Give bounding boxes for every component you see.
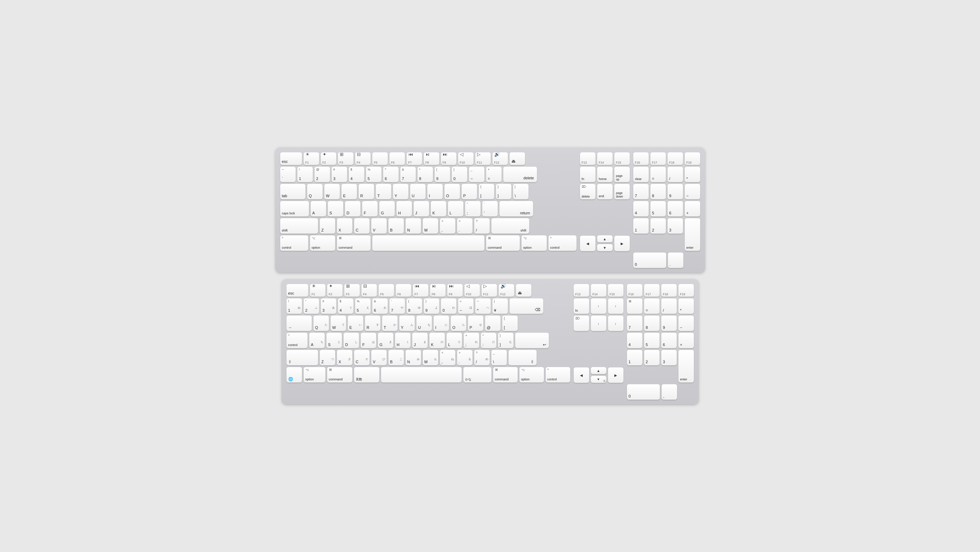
key-delete[interactable]: delete bbox=[503, 167, 537, 182]
jp-key-colon[interactable]: *:け bbox=[481, 333, 496, 348]
jp-key-backslash[interactable]: _\ bbox=[492, 350, 507, 365]
jp-key-period[interactable]: >.る bbox=[457, 350, 473, 365]
key-e[interactable]: E bbox=[342, 184, 357, 199]
jp-key-y[interactable]: Yん bbox=[399, 316, 415, 331]
jp-key-4[interactable]: $4う bbox=[338, 298, 353, 314]
jp-key-hat[interactable]: ~^へ bbox=[475, 298, 491, 314]
jp-key-2[interactable]: "2ふ bbox=[304, 298, 319, 314]
jp-key-arrow-down[interactable]: ▼末 bbox=[591, 376, 606, 383]
jp-key-f16[interactable]: F16 bbox=[627, 284, 642, 297]
key-shift-left[interactable]: shift bbox=[280, 218, 318, 234]
key-f14[interactable]: F14 bbox=[597, 152, 612, 165]
jp-key-num-enter[interactable]: enter bbox=[678, 350, 694, 382]
jp-key-arrow-right[interactable]: ▶ bbox=[608, 367, 624, 383]
jp-key-num-5[interactable]: 5 bbox=[644, 333, 660, 348]
jp-key-num-7[interactable]: 7 bbox=[627, 316, 642, 331]
key-slash[interactable]: ?/ bbox=[474, 218, 490, 234]
jp-key-f[interactable]: Fは bbox=[361, 333, 376, 348]
jp-key-f10[interactable]: ◁F10 bbox=[465, 284, 480, 297]
key-equals[interactable]: += bbox=[486, 167, 501, 182]
jp-key-6[interactable]: &6お bbox=[372, 298, 388, 314]
jp-key-f18[interactable]: F18 bbox=[661, 284, 677, 297]
key-n[interactable]: N bbox=[406, 218, 421, 234]
jp-key-t[interactable]: Tか bbox=[382, 316, 398, 331]
key-eject[interactable]: ⏏ bbox=[510, 152, 525, 165]
jp-key-delete[interactable]: ⌫ bbox=[510, 298, 543, 314]
jp-key-pagedown-nav[interactable]: ↓ bbox=[608, 316, 624, 331]
jp-key-c[interactable]: Cそ bbox=[354, 350, 369, 365]
key-d[interactable]: D bbox=[345, 201, 360, 216]
key-arrow-up[interactable]: ▲ bbox=[597, 235, 612, 242]
key-x[interactable]: X bbox=[337, 218, 352, 234]
jp-key-command-right[interactable]: ⌘ command bbox=[493, 367, 518, 382]
jp-key-num-decimal[interactable]: , bbox=[662, 384, 677, 400]
key-num-enter[interactable]: enter bbox=[685, 218, 700, 251]
jp-key-u[interactable]: Uな bbox=[417, 316, 432, 331]
jp-key-f19[interactable]: F19 bbox=[678, 284, 694, 297]
key-return[interactable]: return bbox=[500, 201, 533, 216]
key-num-3[interactable]: 3 bbox=[668, 218, 683, 234]
key-u[interactable]: U bbox=[410, 184, 426, 199]
jp-key-n[interactable]: Nみ bbox=[406, 350, 421, 365]
key-r[interactable]: R bbox=[359, 184, 374, 199]
key-backtick[interactable]: ~` bbox=[280, 167, 296, 182]
jp-key-3[interactable]: #3あ bbox=[321, 298, 336, 314]
jp-key-globe[interactable]: 🌐 bbox=[286, 367, 302, 382]
key-rbracket[interactable]: }] bbox=[496, 184, 511, 199]
key-command-left[interactable]: ⌘ command bbox=[337, 235, 371, 251]
jp-key-f14[interactable]: F14 bbox=[591, 284, 606, 297]
key-g[interactable]: G bbox=[379, 201, 395, 216]
key-f[interactable]: F bbox=[362, 201, 377, 216]
key-num-divide[interactable]: / bbox=[668, 167, 683, 182]
key-num-5[interactable]: 5 bbox=[651, 201, 666, 216]
key-6[interactable]: ^6 bbox=[383, 167, 399, 182]
jp-key-q[interactable]: Qた bbox=[313, 316, 329, 331]
jp-key-v[interactable]: Vひ bbox=[371, 350, 387, 365]
jp-key-num-divide[interactable]: / bbox=[661, 298, 677, 314]
jp-key-num-minus[interactable]: − bbox=[678, 316, 694, 331]
key-shift-right[interactable]: shift bbox=[492, 218, 529, 234]
key-f4[interactable]: ⊟F4 bbox=[355, 152, 371, 165]
key-option-left[interactable]: ⌥ option bbox=[310, 235, 335, 251]
key-control-right[interactable]: ^ control bbox=[549, 235, 576, 251]
key-num-8[interactable]: 8 bbox=[651, 184, 666, 199]
key-f11[interactable]: ▷F11 bbox=[475, 152, 491, 165]
key-9[interactable]: (9 bbox=[435, 167, 450, 182]
key-t[interactable]: T bbox=[376, 184, 391, 199]
jp-key-w[interactable]: Wて bbox=[331, 316, 346, 331]
jp-key-num-3[interactable]: 3 bbox=[661, 350, 677, 365]
jp-key-clear[interactable]: ⊠ bbox=[627, 298, 642, 314]
key-3[interactable]: #3 bbox=[332, 167, 347, 182]
jp-key-f12[interactable]: 🔊F12 bbox=[499, 284, 514, 297]
key-lbracket[interactable]: {[ bbox=[479, 184, 494, 199]
key-q[interactable]: Q bbox=[307, 184, 323, 199]
key-1[interactable]: !1 bbox=[298, 167, 313, 182]
jp-key-f9[interactable]: ⏭F9 bbox=[447, 284, 463, 297]
key-num-equals[interactable]: = bbox=[651, 167, 666, 182]
key-arrow-left[interactable]: ◀ bbox=[580, 236, 595, 251]
key-f3[interactable]: ⊞F3 bbox=[338, 152, 353, 165]
jp-key-num-9[interactable]: 9 bbox=[661, 316, 677, 331]
key-pagedown[interactable]: pagedown bbox=[614, 184, 630, 199]
key-backslash[interactable]: |\ bbox=[513, 184, 528, 199]
key-a[interactable]: A bbox=[311, 201, 326, 216]
jp-key-return[interactable]: ↩ bbox=[515, 333, 549, 348]
jp-key-p[interactable]: Pせ bbox=[468, 316, 484, 331]
key-pageup[interactable]: pageup bbox=[614, 167, 630, 182]
jp-key-7[interactable]: '7や bbox=[390, 298, 405, 314]
jp-key-num-4[interactable]: 4 bbox=[627, 333, 642, 348]
key-option-right[interactable]: ⌥ option bbox=[522, 235, 547, 251]
key-num-2[interactable]: 2 bbox=[651, 218, 666, 234]
jp-key-tab[interactable]: → bbox=[286, 316, 312, 331]
key-4[interactable]: $4 bbox=[349, 167, 364, 182]
jp-key-lbracket[interactable]: {[ bbox=[502, 316, 518, 331]
key-tab[interactable]: tab bbox=[280, 184, 305, 199]
key-f15[interactable]: F15 bbox=[614, 152, 630, 165]
key-b[interactable]: B bbox=[388, 218, 404, 234]
key-f1[interactable]: ☀F1 bbox=[304, 152, 319, 165]
jp-key-f15[interactable]: F15 bbox=[608, 284, 624, 297]
jp-key-f7[interactable]: ⏮F7 bbox=[413, 284, 428, 297]
key-y[interactable]: Y bbox=[393, 184, 408, 199]
key-clear[interactable]: clear bbox=[633, 167, 649, 182]
key-num-decimal[interactable]: . bbox=[668, 253, 683, 268]
